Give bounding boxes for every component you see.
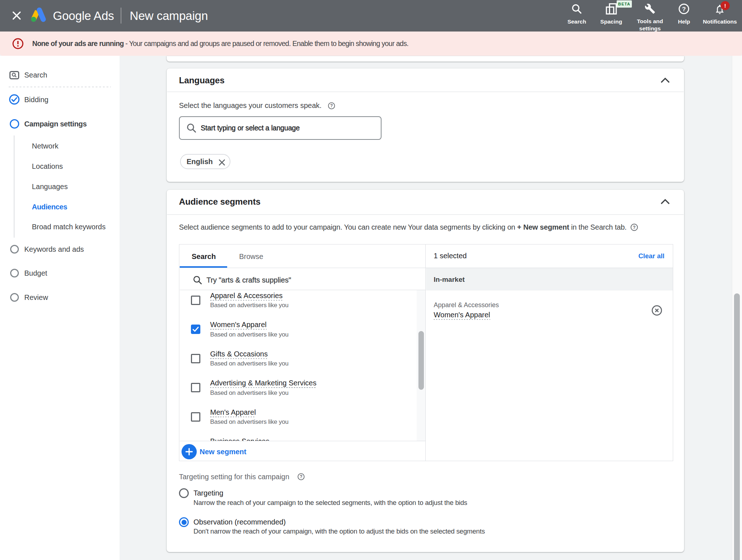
svg-text:?: ? — [682, 6, 686, 13]
svg-text:?: ? — [330, 103, 333, 108]
svg-text:?: ? — [300, 474, 303, 479]
svg-text:?: ? — [633, 225, 636, 230]
